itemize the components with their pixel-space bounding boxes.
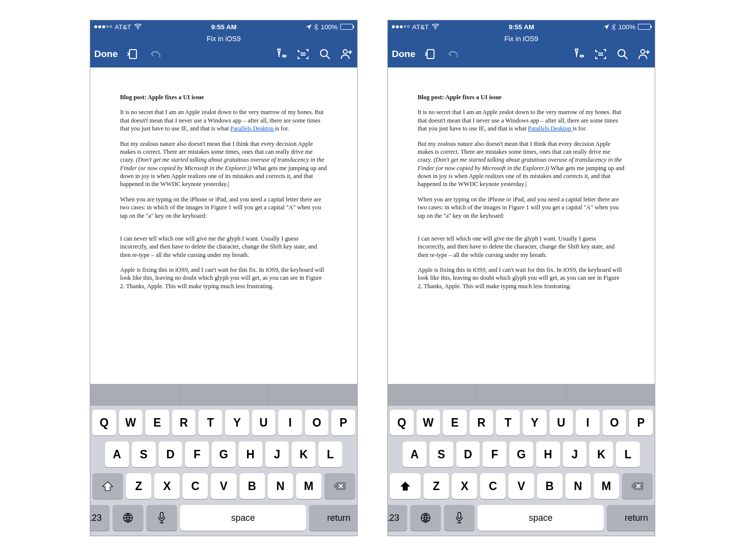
suggestion-bar[interactable] <box>388 384 655 406</box>
return-key[interactable]: return <box>607 505 655 531</box>
key-n[interactable]: N <box>565 473 591 499</box>
return-key[interactable]: return <box>309 505 358 531</box>
shift-key[interactable] <box>92 473 123 499</box>
document-title: Fix in iOS9 <box>90 33 357 43</box>
reflow-view-icon[interactable] <box>297 48 310 61</box>
key-i[interactable]: I <box>576 410 600 436</box>
key-c[interactable]: C <box>183 473 208 499</box>
share-add-person-icon[interactable] <box>340 48 353 61</box>
key-y[interactable]: Y <box>225 410 249 436</box>
key-t[interactable]: T <box>198 410 222 436</box>
dictation-key[interactable] <box>444 505 475 531</box>
share-add-person-icon[interactable] <box>638 48 651 61</box>
keyboard-row-4: 123 space return <box>92 505 355 534</box>
key-h[interactable]: H <box>536 441 560 467</box>
svg-point-8 <box>618 50 625 57</box>
numbers-key[interactable]: 123 <box>387 505 407 531</box>
key-a[interactable]: A <box>403 441 427 467</box>
space-key[interactable]: space <box>180 505 306 531</box>
key-d[interactable]: D <box>456 441 480 467</box>
key-b[interactable]: B <box>537 473 562 499</box>
text-cursor: | <box>228 181 229 187</box>
key-u[interactable]: U <box>550 410 573 436</box>
key-p[interactable]: P <box>629 410 653 436</box>
document-area[interactable]: Blog post: Apple fixes a UI issue It is … <box>388 67 655 384</box>
key-z[interactable]: Z <box>424 473 449 499</box>
parallels-link[interactable]: Parallels Desktop <box>528 125 572 132</box>
key-q[interactable]: Q <box>390 410 414 436</box>
key-o[interactable]: O <box>603 410 626 436</box>
bluetooth-icon <box>612 24 616 30</box>
key-m[interactable]: M <box>594 473 619 499</box>
key-l[interactable]: L <box>616 441 640 467</box>
key-h[interactable]: H <box>239 441 262 467</box>
key-j[interactable]: J <box>563 441 587 467</box>
file-actions-icon[interactable] <box>425 48 437 61</box>
key-a[interactable]: A <box>105 441 129 467</box>
carrier-label: AT&T <box>115 23 131 31</box>
key-k[interactable]: K <box>589 441 613 467</box>
key-s[interactable]: S <box>132 441 156 467</box>
search-icon[interactable] <box>616 48 629 61</box>
key-t[interactable]: T <box>496 410 520 436</box>
key-w[interactable]: W <box>417 410 440 436</box>
key-k[interactable]: K <box>292 441 315 467</box>
done-button[interactable]: Done <box>392 49 416 60</box>
parallels-link[interactable]: Parallels Desktop <box>230 125 275 132</box>
key-j[interactable]: J <box>265 441 289 467</box>
done-button[interactable]: Done <box>94 49 118 60</box>
key-v[interactable]: V <box>508 473 534 499</box>
undo-icon[interactable] <box>149 48 162 61</box>
svg-rect-1 <box>129 50 136 59</box>
key-u[interactable]: U <box>252 410 276 436</box>
key-n[interactable]: N <box>268 473 293 499</box>
key-x[interactable]: X <box>154 473 180 499</box>
undo-icon[interactable] <box>446 48 459 61</box>
document-page: Blog post: Apple fixes a UI issue It is … <box>90 67 357 307</box>
numbers-key[interactable]: 123 <box>90 505 110 531</box>
key-x[interactable]: X <box>452 473 477 499</box>
globe-key[interactable] <box>113 505 143 531</box>
key-c[interactable]: C <box>480 473 505 499</box>
key-e[interactable]: E <box>443 410 467 436</box>
key-e[interactable]: E <box>145 410 169 436</box>
key-r[interactable]: R <box>172 410 196 436</box>
key-o[interactable]: O <box>305 410 329 436</box>
key-w[interactable]: W <box>119 410 143 436</box>
doc-para-5: Apple is fixing this in iOS9, and I can'… <box>418 266 625 290</box>
key-f[interactable]: F <box>483 441 506 467</box>
key-r[interactable]: R <box>470 410 494 436</box>
document-area[interactable]: Blog post: Apple fixes a UI issue It is … <box>90 67 357 384</box>
shift-key[interactable] <box>390 473 421 499</box>
key-z[interactable]: Z <box>126 473 151 499</box>
key-p[interactable]: P <box>331 410 355 436</box>
key-b[interactable]: B <box>240 473 265 499</box>
globe-key[interactable] <box>410 505 441 531</box>
document-title: Fix in iOS9 <box>388 33 655 43</box>
key-q[interactable]: Q <box>92 410 116 436</box>
clock-label: 9:55 AM <box>211 23 237 31</box>
key-d[interactable]: D <box>159 441 183 467</box>
backspace-key[interactable] <box>324 473 355 499</box>
edit-pen-icon[interactable] <box>572 48 585 61</box>
keyboard-row-2: A S D F G H J K L <box>92 441 355 467</box>
key-y[interactable]: Y <box>523 410 547 436</box>
key-g[interactable]: G <box>212 441 236 467</box>
key-l[interactable]: L <box>318 441 342 467</box>
reflow-view-icon[interactable] <box>594 48 607 61</box>
file-actions-icon[interactable] <box>127 48 140 61</box>
space-key[interactable]: space <box>478 505 604 531</box>
key-s[interactable]: S <box>430 441 453 467</box>
suggestion-bar[interactable] <box>90 384 357 406</box>
key-v[interactable]: V <box>211 473 236 499</box>
key-m[interactable]: M <box>296 473 321 499</box>
key-g[interactable]: G <box>509 441 533 467</box>
key-i[interactable]: I <box>278 410 302 436</box>
edit-pen-icon[interactable] <box>275 48 288 61</box>
key-f[interactable]: F <box>185 441 209 467</box>
backspace-key[interactable] <box>622 473 653 499</box>
dictation-key[interactable] <box>146 505 177 531</box>
doc-para-3: When you are typing on the iPhone or iPa… <box>418 195 625 220</box>
search-icon[interactable] <box>318 48 331 61</box>
signal-dots-icon <box>94 25 112 28</box>
